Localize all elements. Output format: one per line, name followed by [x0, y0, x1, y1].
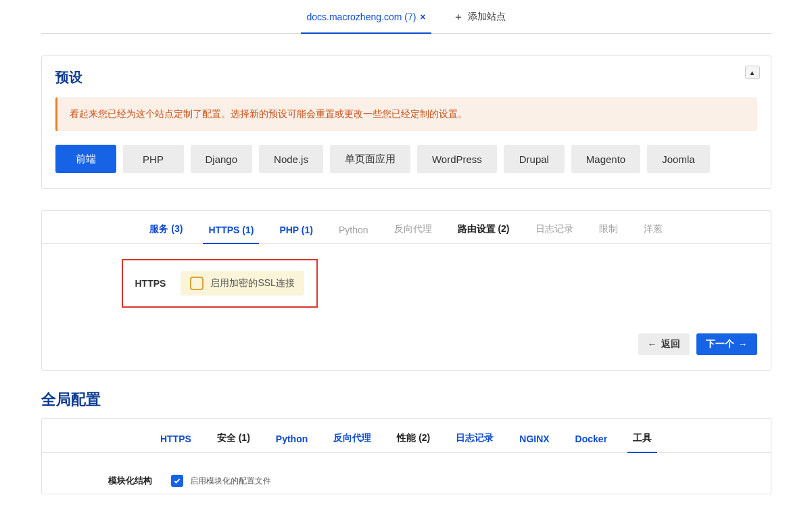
- global-config-heading: 全局配置: [41, 390, 771, 410]
- gtab-https[interactable]: HTTPS: [160, 433, 191, 452]
- preset-option[interactable]: Joomla: [647, 145, 709, 173]
- plus-icon: ＋: [453, 11, 464, 22]
- tab-limit[interactable]: 限制: [599, 223, 618, 243]
- gtab-security[interactable]: 安全 (1): [217, 432, 250, 452]
- preset-options: 前端 PHP Django Node.js 单页面应用 WordPress Dr…: [55, 145, 757, 173]
- modular-toggle[interactable]: 启用模块化的配置文件: [171, 475, 271, 487]
- preset-option[interactable]: 前端: [55, 145, 116, 173]
- gtab-reverse[interactable]: 反向代理: [333, 432, 371, 452]
- site-config-tabs: 服务 (3) HTTPS (1) PHP (1) Python 反向代理 路由设…: [42, 211, 771, 244]
- site-footer-actions: ← 返回 下一个 →: [55, 333, 757, 355]
- tab-reverse[interactable]: 反向代理: [394, 223, 432, 243]
- next-button[interactable]: 下一个 →: [696, 333, 757, 355]
- back-label: 返回: [661, 338, 680, 350]
- gtab-nginx[interactable]: NGINX: [519, 433, 549, 452]
- global-config-tabs: HTTPS 安全 (1) Python 反向代理 性能 (2) 日志记录 NGI…: [42, 419, 771, 453]
- tab-routing[interactable]: 路由设置 (2): [458, 223, 510, 243]
- check-icon: [173, 477, 181, 485]
- tab-https[interactable]: HTTPS (1): [208, 225, 254, 243]
- gtab-docker[interactable]: Docker: [575, 433, 607, 452]
- preset-option[interactable]: Node.js: [259, 145, 323, 173]
- site-tabs-bar: docs.macrozheng.com (7) × ＋ 添加站点: [41, 0, 771, 34]
- arrow-right-icon: →: [738, 339, 748, 350]
- preset-title: 预设: [55, 68, 757, 87]
- modular-row: 模块化结构 启用模块化的配置文件: [55, 475, 757, 487]
- site-config-panel: 服务 (3) HTTPS (1) PHP (1) Python 反向代理 路由设…: [41, 210, 771, 371]
- preset-alert: 看起来您已经为这个站点定制了配置。选择新的预设可能会重置或更改一些您已经定制的设…: [55, 97, 757, 131]
- add-site-label: 添加站点: [468, 11, 506, 23]
- global-config-panel: HTTPS 安全 (1) Python 反向代理 性能 (2) 日志记录 NGI…: [41, 418, 771, 494]
- tab-python[interactable]: Python: [339, 225, 368, 243]
- close-icon[interactable]: ×: [420, 11, 425, 22]
- preset-option[interactable]: WordPress: [417, 145, 497, 173]
- chevron-up-icon: ▲: [749, 69, 756, 76]
- site-tab-label: docs.macrozheng.com (7): [306, 11, 416, 22]
- preset-option[interactable]: Drupal: [504, 145, 565, 173]
- https-label: HTTPS: [135, 278, 166, 289]
- preset-option[interactable]: PHP: [123, 145, 184, 173]
- ssl-checkbox[interactable]: [190, 277, 204, 290]
- tab-php[interactable]: PHP (1): [279, 225, 313, 243]
- preset-option[interactable]: Magento: [571, 145, 640, 173]
- gtab-perf[interactable]: 性能 (2): [397, 432, 430, 452]
- gtab-tools[interactable]: 工具: [633, 432, 652, 452]
- tab-onion[interactable]: 洋葱: [644, 223, 663, 243]
- modular-checkbox-on[interactable]: [171, 475, 183, 487]
- modular-label: 模块化结构: [108, 475, 152, 487]
- next-label: 下一个: [706, 338, 734, 350]
- modular-desc: 启用模块化的配置文件: [190, 475, 271, 487]
- ssl-text: 启用加密的SSL连接: [210, 277, 294, 289]
- gtab-logging[interactable]: 日志记录: [456, 432, 494, 452]
- ssl-toggle[interactable]: 启用加密的SSL连接: [181, 271, 304, 296]
- preset-panel: 预设 ▲ 看起来您已经为这个站点定制了配置。选择新的预设可能会重置或更改一些您已…: [41, 55, 771, 189]
- tab-logging[interactable]: 日志记录: [535, 223, 573, 243]
- https-highlight-box: HTTPS 启用加密的SSL连接: [122, 259, 318, 308]
- back-button[interactable]: ← 返回: [638, 333, 690, 355]
- site-tab-active[interactable]: docs.macrozheng.com (7) ×: [306, 0, 425, 33]
- arrow-left-icon: ←: [648, 339, 657, 350]
- preset-option[interactable]: 单页面应用: [330, 145, 410, 173]
- gtab-python[interactable]: Python: [276, 433, 308, 452]
- collapse-button[interactable]: ▲: [745, 66, 760, 79]
- tab-services[interactable]: 服务 (3): [149, 223, 183, 243]
- preset-option[interactable]: Django: [191, 145, 253, 173]
- add-site-tab[interactable]: ＋ 添加站点: [453, 0, 506, 33]
